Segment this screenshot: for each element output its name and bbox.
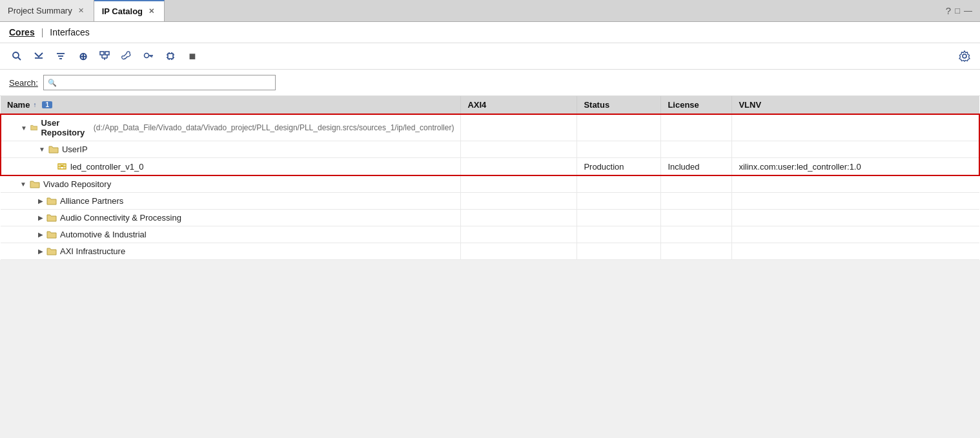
search-row: Search: 🔍 [0, 70, 980, 96]
chevron-down-icon[interactable]: ▼ [39, 146, 45, 153]
svg-rect-30 [61, 165, 63, 167]
cell-audio-status [577, 210, 661, 226]
table-row[interactable]: ▶ Alliance Partners [1, 193, 979, 210]
chevron-right-icon[interactable]: ▶ [38, 231, 43, 238]
search-input-wrap: 🔍 [43, 75, 276, 90]
tab-ip-catalog-close[interactable]: ✕ [147, 6, 156, 16]
gear-icon [959, 50, 970, 62]
cell-alliance-status [577, 193, 661, 210]
help-icon[interactable]: ? [946, 5, 951, 16]
table-row[interactable]: ▼ User Repository (d:/App_Data_File/Viva… [1, 114, 979, 141]
repo-name-label: User Repository [41, 118, 87, 137]
cell-vivado-repo-axi4 [461, 175, 577, 193]
table-row[interactable]: ▶ AXI Infrastructure [1, 243, 979, 260]
chip-button[interactable] [160, 47, 181, 65]
hierarchy-icon [99, 51, 110, 61]
cell-vivado-repo-name: ▼ Vivado Repository [1, 175, 461, 193]
table-row[interactable]: ▼ UserIP [1, 141, 979, 158]
col-name-label: Name [7, 100, 30, 110]
table-row[interactable]: ▶ Automotive & Industrial [1, 226, 979, 243]
cell-item-vlnv: xilinx.com:user:led_controller:1.0 [732, 158, 979, 176]
col-vlnv: VLNV [732, 96, 979, 114]
col-license: License [661, 96, 732, 114]
audio-label: Audio Connectivity & Processing [60, 213, 181, 223]
col-status: Status [577, 96, 661, 114]
chevron-right-icon[interactable]: ▶ [38, 248, 43, 255]
svg-rect-6 [100, 52, 104, 55]
table-row[interactable]: ▼ Vivado Repository [1, 175, 979, 193]
cell-audio-axi4 [461, 210, 577, 226]
automotive-label: Automotive & Industrial [60, 230, 147, 239]
folder-icon [46, 197, 57, 206]
tab-ip-catalog[interactable]: IP Catalog ✕ [94, 0, 165, 21]
tab-ip-catalog-label: IP Catalog [102, 6, 143, 16]
cell-userip-name: ▼ UserIP [1, 141, 461, 158]
collapse-all-button[interactable] [28, 47, 49, 65]
cell-audio-vlnv [732, 210, 979, 226]
hierarchy-button[interactable] [94, 47, 115, 65]
wrench-button[interactable] [116, 47, 137, 65]
cell-repo-vlnv [732, 114, 979, 141]
cell-item-axi4 [461, 158, 577, 176]
item-name-label: led_controller_v1_0 [70, 162, 143, 172]
tab-bar-icons: ? □ — [946, 5, 980, 16]
table-row[interactable]: led_controller_v1_0 Production Included … [1, 158, 979, 176]
cell-axi-infra-status [577, 243, 661, 260]
collapse-all-icon [34, 51, 44, 61]
table-header: Name ↑ 1 AXI4 Status License VLNV [1, 96, 979, 114]
cell-userip-vlnv [732, 141, 979, 158]
folder-icon [46, 247, 57, 256]
col-axi4: AXI4 [461, 96, 577, 114]
cell-item-license: Included [661, 158, 732, 176]
repo-path: (d:/App_Data_File/Vivado_data/Vivado_pro… [94, 123, 454, 132]
ip-catalog-table-container: Name ↑ 1 AXI4 Status License VLNV ▼ [0, 96, 980, 260]
minimize-icon[interactable]: — [964, 6, 972, 15]
cell-repo-status [577, 114, 661, 141]
add-ip-button[interactable]: ⊕ [72, 47, 93, 65]
chevron-down-icon[interactable]: ▼ [20, 181, 26, 188]
square-button[interactable]: ■ [182, 47, 203, 65]
axi-infra-label: AXI Infrastructure [60, 246, 125, 256]
tab-bar: Project Summary ✕ IP Catalog ✕ ? □ — [0, 0, 980, 22]
tab-project-summary-label: Project Summary [8, 6, 72, 15]
cell-alliance-license [661, 193, 732, 210]
search-input-icon: 🔍 [48, 79, 57, 87]
alliance-label: Alliance Partners [60, 196, 123, 206]
chevron-right-icon[interactable]: ▶ [38, 214, 43, 221]
cell-alliance-vlnv [732, 193, 979, 210]
filter-button[interactable] [50, 47, 71, 65]
cell-vivado-repo-status [577, 175, 661, 193]
cell-userip-license [661, 141, 732, 158]
table-row[interactable]: ▶ Audio Connectivity & Processing [1, 210, 979, 226]
search-input[interactable] [59, 78, 271, 88]
cell-vivado-repo-license [661, 175, 732, 193]
col-name[interactable]: Name ↑ 1 [1, 96, 461, 114]
cell-axi-infra-axi4 [461, 243, 577, 260]
tab-project-summary[interactable]: Project Summary ✕ [0, 0, 94, 21]
search-button[interactable] [6, 47, 27, 65]
userip-name-label: UserIP [62, 144, 88, 154]
svg-point-25 [963, 54, 966, 58]
search-icon [12, 51, 22, 61]
key-button[interactable] [138, 47, 159, 65]
chevron-right-icon[interactable]: ▶ [38, 197, 43, 204]
toolbar: ⊕ [0, 43, 980, 70]
cell-vivado-repo-vlnv [732, 175, 979, 193]
add-ip-icon: ⊕ [79, 50, 87, 63]
square-icon: ■ [189, 50, 196, 63]
cores-link[interactable]: Cores [9, 27, 35, 37]
tab-project-summary-close[interactable]: ✕ [76, 6, 86, 15]
component-icon [57, 161, 67, 172]
interfaces-link[interactable]: Interfaces [50, 27, 89, 37]
cell-repo-axi4 [461, 114, 577, 141]
chevron-down-icon[interactable]: ▼ [21, 124, 27, 132]
cell-axi-infra-license [661, 243, 732, 260]
cell-alliance-name: ▶ Alliance Partners [1, 193, 461, 210]
sort-icon: ↑ [33, 101, 36, 108]
folder-icon [30, 123, 38, 132]
settings-gear-button[interactable] [955, 47, 974, 65]
folder-icon [46, 214, 57, 223]
folder-icon [48, 145, 59, 154]
maximize-icon[interactable]: □ [955, 6, 960, 15]
cell-automotive-name: ▶ Automotive & Industrial [1, 226, 461, 243]
